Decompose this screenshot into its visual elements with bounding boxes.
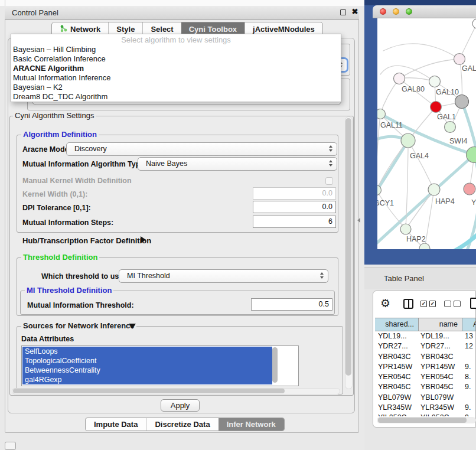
mi-threshold-field[interactable]: 0.5: [251, 298, 332, 311]
collapse-arrow-icon[interactable]: [129, 324, 136, 329]
table-cell[interactable]: 8.: [462, 372, 476, 382]
network-node[interactable]: [455, 95, 469, 109]
close-icon[interactable]: ✖: [350, 6, 360, 17]
checked-checkbox-icon[interactable]: ✓: [420, 301, 427, 307]
algorithm-option[interactable]: Mutual Information Inference: [11, 73, 341, 83]
table-cell[interactable]: YDL19...: [419, 331, 462, 341]
data-attribute-item[interactable]: TopologicalCoefficient: [22, 356, 272, 366]
unchecked-checkbox-icon[interactable]: [454, 301, 461, 307]
network-window-titlebar[interactable]: [373, 5, 476, 18]
table-row[interactable]: YDL19...YDL19...13: [375, 331, 476, 341]
network-node[interactable]: [394, 73, 405, 84]
table-row[interactable]: YDR27...YDR27...12: [375, 341, 476, 351]
table-cell[interactable]: YBL079W: [375, 393, 419, 403]
table-row[interactable]: YPR145WYPR145W9.: [375, 362, 476, 372]
table-cell[interactable]: YLR345W: [375, 403, 419, 413]
which-threshold-combobox[interactable]: MI Threshold: [119, 269, 328, 283]
table-row[interactable]: YLR345WYLR345W9.: [375, 403, 476, 413]
table-cell[interactable]: 13: [462, 331, 476, 341]
table-cell[interactable]: YPR145W: [375, 362, 419, 372]
checked-checkbox-icon[interactable]: ✓: [429, 301, 436, 307]
minimize-traffic-light-icon[interactable]: [393, 8, 399, 15]
network-node[interactable]: [428, 184, 440, 195]
table-cell[interactable]: 9.: [462, 362, 476, 372]
kernel-width-field[interactable]: 0.0: [253, 187, 336, 200]
algorithm-option[interactable]: Bayesian – K2: [11, 83, 341, 92]
panel-icon[interactable]: [470, 298, 476, 309]
tab-discretize-data[interactable]: Discretize Data: [146, 418, 218, 431]
table-row[interactable]: YBL079WYBL079W: [375, 393, 476, 403]
table-cell[interactable]: [462, 393, 476, 403]
unchecked-checkbox-icon[interactable]: [444, 301, 451, 307]
column-header-name[interactable]: name: [419, 318, 462, 331]
table-cell[interactable]: 9.: [462, 382, 476, 392]
manual-kernel-checkbox[interactable]: [325, 177, 333, 185]
mi-steps-field[interactable]: 6: [253, 216, 336, 228]
network-node[interactable]: [472, 19, 476, 28]
algorithm-option[interactable]: Bayesian – Hill Climbing: [11, 45, 341, 54]
table-cell[interactable]: 9.: [462, 413, 476, 416]
network-node[interactable]: [431, 102, 442, 113]
table-cell[interactable]: [462, 352, 476, 362]
table-row[interactable]: YBR045CYBR045C9.: [375, 382, 476, 392]
table-cell[interactable]: YLR345W: [419, 403, 462, 413]
network-node[interactable]: [464, 183, 475, 195]
table-cell[interactable]: YER054C: [375, 372, 419, 382]
table-cell[interactable]: YBR043C: [419, 352, 462, 362]
mi-algorithm-type-combobox[interactable]: Naive Bayes: [138, 157, 337, 171]
settings-horizontal-scrollbar-thumb[interactable]: [13, 389, 285, 393]
list-scrollbar-thumb[interactable]: [272, 347, 278, 383]
table-cell[interactable]: YPR145W: [419, 362, 462, 372]
settings-vertical-scrollbar-thumb[interactable]: [345, 118, 351, 376]
network-node[interactable]: [429, 76, 441, 87]
column-header-shared[interactable]: shared...: [375, 318, 419, 331]
algorithm-option[interactable]: ARACNE Algorithm: [11, 64, 341, 73]
network-node[interactable]: [400, 224, 411, 234]
table-cell[interactable]: YDR27...: [419, 341, 462, 351]
float-window-icon[interactable]: [340, 9, 346, 15]
table-cell[interactable]: 12: [462, 341, 476, 351]
sources-title[interactable]: Sources for Network Inference: [21, 322, 136, 330]
zoom-traffic-light-icon[interactable]: [406, 8, 412, 15]
table-horizontal-scrollbar-thumb[interactable]: [378, 418, 467, 423]
apply-button[interactable]: Apply: [161, 399, 200, 412]
tab-infer-network[interactable]: Infer Network: [219, 418, 284, 431]
split-columns-icon[interactable]: [403, 299, 413, 309]
network-canvas[interactable]: GALGAL80GAL10GAL1GAL11GAL4SWI4HAP4YGCY1H…: [377, 18, 476, 249]
data-attribute-item[interactable]: BetweennessCentrality: [22, 366, 272, 375]
network-node[interactable]: [454, 54, 465, 65]
algorithm-option[interactable]: Basic Correlation Inference: [11, 54, 341, 64]
table-cell[interactable]: YBL079W: [419, 393, 462, 403]
gear-icon[interactable]: ⚙: [380, 297, 390, 310]
expand-arrow-icon[interactable]: [141, 236, 146, 243]
algorithm-option[interactable]: Dream8 DC_TDC Algorithm: [11, 92, 341, 102]
table-cell[interactable]: YDR27...: [375, 341, 419, 351]
table-cell[interactable]: YDL19...: [375, 331, 419, 341]
table-cell[interactable]: YER054C: [419, 372, 462, 382]
table-cell[interactable]: 9.: [462, 403, 476, 413]
table-cell[interactable]: YIL052C: [419, 413, 462, 416]
dpi-tolerance-field[interactable]: 0.0: [253, 201, 336, 213]
table-row[interactable]: YER054CYER054C8.: [375, 372, 476, 382]
network-node[interactable]: [445, 122, 456, 133]
data-attribute-item[interactable]: SelfLoops: [22, 347, 272, 356]
aracne-mode-combobox[interactable]: Discovery: [66, 142, 337, 156]
list-scrollbar[interactable]: [272, 347, 278, 384]
split-pane-handle[interactable]: [357, 218, 360, 223]
data-attributes-list[interactable]: SelfLoopsTopologicalCoefficientBetweenne…: [21, 345, 299, 386]
hub-section-label[interactable]: Hub/Transcription Factor Definition: [22, 236, 151, 245]
network-node[interactable]: [377, 109, 386, 119]
tab-impute-data[interactable]: Impute Data: [86, 418, 146, 431]
column-header-clipped[interactable]: A: [462, 318, 476, 331]
network-node[interactable]: [419, 243, 430, 249]
table-cell[interactable]: YIL052C: [375, 413, 419, 416]
network-node[interactable]: [401, 133, 415, 148]
table-cell[interactable]: YBR045C: [375, 382, 419, 392]
table-row[interactable]: YBR043CYBR043C: [375, 352, 476, 362]
table-cell[interactable]: YBR045C: [419, 382, 462, 392]
minimized-panel-icon[interactable]: [5, 442, 16, 450]
table-row[interactable]: YIL052CYIL052C9.: [375, 413, 476, 416]
close-traffic-light-icon[interactable]: [380, 8, 386, 15]
table-cell[interactable]: YBR043C: [375, 352, 419, 362]
data-attribute-item[interactable]: gal4RGexp: [22, 375, 272, 384]
